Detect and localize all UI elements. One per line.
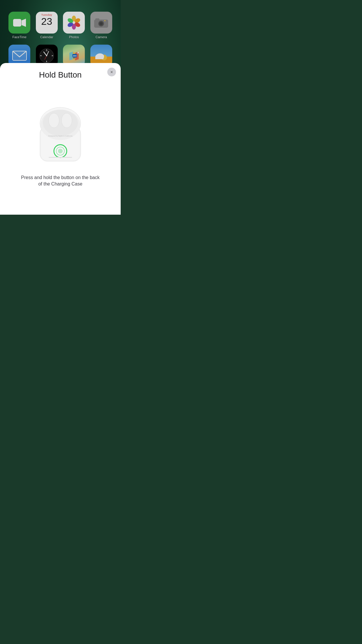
svg-text:Designed by Apple in Californi: Designed by Apple in California — [48, 135, 73, 137]
modal-title: Hold Button — [39, 70, 82, 80]
airpods-svg: Designed by Apple in California — [31, 85, 89, 167]
close-button[interactable]: × — [107, 68, 116, 76]
svg-rect-52 — [49, 157, 72, 158]
hold-button-modal: × Hold Button Design — [0, 63, 121, 215]
svg-point-47 — [61, 113, 72, 128]
svg-point-45 — [43, 110, 78, 136]
svg-point-51 — [58, 149, 63, 153]
modal-description: Press and hold the button on the back of… — [20, 174, 101, 188]
airpods-case-illustration: Designed by Apple in California — [31, 85, 89, 167]
modal-overlay: × Hold Button Design — [0, 0, 121, 215]
svg-point-46 — [49, 113, 59, 128]
